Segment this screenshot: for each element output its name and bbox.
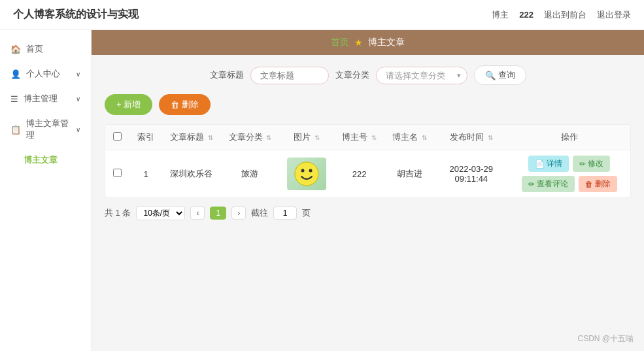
add-button-label: + 新增 <box>116 99 141 110</box>
sidebar: 🏠 首页 👤 个人中心 ∨ ☰ 博主管理 ∨ 📋 博主文章管理 ∨ 博主文章 <box>0 30 92 351</box>
detail-button-label: 详情 <box>547 158 562 169</box>
header-blogger-name[interactable]: 博主名 ⇅ <box>384 125 435 150</box>
sidebar-item-article[interactable]: 博主文章 <box>0 148 91 173</box>
page-label: 页 <box>302 207 311 219</box>
delete-row-button[interactable]: 🗑 删除 <box>579 176 617 192</box>
articles-table: 索引 文章标题 ⇅ 文章分类 ⇅ 图片 <box>105 125 630 197</box>
filter-category-wrapper: 请选择文章分类 ▾ <box>376 67 467 84</box>
review-icon: ✏ <box>528 180 535 189</box>
filter-category-label: 文章分类 <box>335 69 369 81</box>
sort-icon-blogger-id: ⇅ <box>371 134 377 141</box>
sidebar-item-blogger-mgmt-label: 博主管理 <box>24 93 58 105</box>
page-1-button[interactable]: 1 <box>210 207 226 220</box>
sidebar-item-article-mgmt[interactable]: 📋 博主文章管理 ∨ <box>0 111 91 148</box>
chevron-down-icon: ∨ <box>76 71 80 78</box>
row-blogger-id: 222 <box>334 150 384 198</box>
header-operations: 操作 <box>508 125 630 150</box>
sidebar-item-personal[interactable]: 👤 个人中心 ∨ <box>0 61 91 86</box>
filter-title-input[interactable] <box>250 67 329 84</box>
detail-icon: 📄 <box>535 159 545 169</box>
row-title: 深圳欢乐谷 <box>162 150 221 198</box>
btn-frontend[interactable]: 退出到前台 <box>544 9 586 21</box>
pagination-row: 共 1 条 10条/页 20条/页 50条/页 ‹ 1 › 截往 页 <box>105 198 631 223</box>
main-layout: 🏠 首页 👤 个人中心 ∨ ☰ 博主管理 ∨ 📋 博主文章管理 ∨ 博主文章 首… <box>0 30 644 351</box>
per-page-select[interactable]: 10条/页 20条/页 50条/页 <box>136 206 185 220</box>
total-count: 共 1 条 <box>105 207 131 219</box>
list-icon: ☰ <box>10 94 18 104</box>
table-header-row: 索引 文章标题 ⇅ 文章分类 ⇅ 图片 <box>105 125 630 150</box>
review-button[interactable]: ✏ 查看评论 <box>522 176 575 192</box>
goto-label: 截往 <box>251 207 268 219</box>
header-index: 索引 <box>129 125 162 150</box>
row-checkbox[interactable] <box>113 169 122 177</box>
header-checkbox-cell <box>105 125 129 150</box>
edit-icon: ✏ <box>579 159 586 169</box>
app-title: 个人博客系统的设计与实现 <box>13 8 139 22</box>
breadcrumb-star: ★ <box>354 37 363 48</box>
svg-point-1 <box>301 169 305 173</box>
header-publish-time[interactable]: 发布时间 ⇅ <box>435 125 509 150</box>
add-button[interactable]: + 新增 <box>105 94 152 115</box>
watermark-text: CSDN @十五喵 <box>577 334 634 343</box>
top-nav-right: 博主 222 退出到前台 退出登录 <box>492 9 631 21</box>
svg-point-0 <box>295 162 318 186</box>
sidebar-item-article-mgmt-label: 博主文章管理 <box>26 118 71 141</box>
header-blogger-id[interactable]: 博主号 ⇅ <box>334 125 384 150</box>
article-image <box>287 158 326 190</box>
page-jump-input[interactable] <box>273 207 297 220</box>
prev-page-button[interactable]: ‹ <box>190 207 205 220</box>
detail-button[interactable]: 📄 详情 <box>528 156 569 172</box>
search-icon: 🔍 <box>485 71 496 80</box>
sidebar-item-blogger-mgmt[interactable]: ☰ 博主管理 ∨ <box>0 86 91 111</box>
page-1-label: 1 <box>216 209 220 218</box>
articles-table-wrapper: 索引 文章标题 ⇅ 文章分类 ⇅ 图片 <box>105 124 631 198</box>
row-checkbox-cell <box>105 150 129 198</box>
sidebar-item-home-label: 首页 <box>26 43 43 55</box>
row-operations: 📄 详情 ✏ 修改 ✏ 查看评论 <box>508 150 630 198</box>
person-icon: 👤 <box>10 69 21 79</box>
delete-icon: 🗑 <box>171 100 179 110</box>
username: 222 <box>519 10 534 20</box>
header-category[interactable]: 文章分类 ⇅ <box>221 125 280 150</box>
chevron-down-icon-2: ∨ <box>76 95 80 103</box>
sort-icon-publish-time: ⇅ <box>488 134 493 141</box>
search-button[interactable]: 🔍 查询 <box>474 65 526 85</box>
edit-button-label: 修改 <box>588 158 603 169</box>
row-category: 旅游 <box>221 150 280 198</box>
sort-icon-blogger-name: ⇅ <box>422 134 427 141</box>
btn-logout[interactable]: 退出登录 <box>597 9 631 21</box>
sidebar-item-article-label: 博主文章 <box>10 154 58 166</box>
table-row: 1 深圳欢乐谷 旅游 <box>105 150 630 198</box>
edit-button[interactable]: ✏ 修改 <box>573 156 610 172</box>
delete-row-button-label: 删除 <box>595 178 611 190</box>
next-page-button[interactable]: › <box>231 207 246 220</box>
home-icon: 🏠 <box>10 44 21 54</box>
sort-icon-image: ⇅ <box>314 134 320 141</box>
filter-title-label: 文章标题 <box>210 69 244 81</box>
username-label: 博主 <box>492 9 509 21</box>
breadcrumb-home[interactable]: 首页 <box>331 37 349 48</box>
header-title[interactable]: 文章标题 ⇅ <box>162 125 221 150</box>
next-icon: › <box>237 209 240 218</box>
sort-icon-category: ⇅ <box>266 134 271 141</box>
svg-point-2 <box>309 169 313 173</box>
batch-delete-button[interactable]: 🗑 删除 <box>159 94 211 115</box>
filter-category-select[interactable]: 请选择文章分类 <box>376 67 467 84</box>
row-image-cell <box>279 150 334 198</box>
header-image[interactable]: 图片 ⇅ <box>279 125 334 150</box>
smiley-face-icon <box>294 161 320 187</box>
top-navigation: 个人博客系统的设计与实现 博主 222 退出到前台 退出登录 <box>0 0 644 30</box>
operation-buttons: 📄 详情 ✏ 修改 ✏ 查看评论 <box>516 156 622 192</box>
prev-icon: ‹ <box>196 209 199 218</box>
content-area: 文章标题 文章分类 请选择文章分类 ▾ 🔍 查询 + 新增 <box>92 55 644 233</box>
action-row: + 新增 🗑 删除 <box>105 94 631 115</box>
sort-icon-title: ⇅ <box>208 134 213 141</box>
filter-row: 文章标题 文章分类 请选择文章分类 ▾ 🔍 查询 <box>105 65 631 85</box>
breadcrumb-bar: 首页 ★ 博主文章 <box>92 30 644 55</box>
doc-icon: 📋 <box>10 125 21 135</box>
sidebar-item-home[interactable]: 🏠 首页 <box>0 37 91 61</box>
row-blogger-name: 胡吉进 <box>384 150 435 198</box>
row-publish-time: 2022-03-29 09:11:44 <box>435 150 509 198</box>
select-all-checkbox[interactable] <box>113 132 122 141</box>
main-content: 首页 ★ 博主文章 文章标题 文章分类 请选择文章分类 ▾ 🔍 查询 <box>92 30 644 351</box>
